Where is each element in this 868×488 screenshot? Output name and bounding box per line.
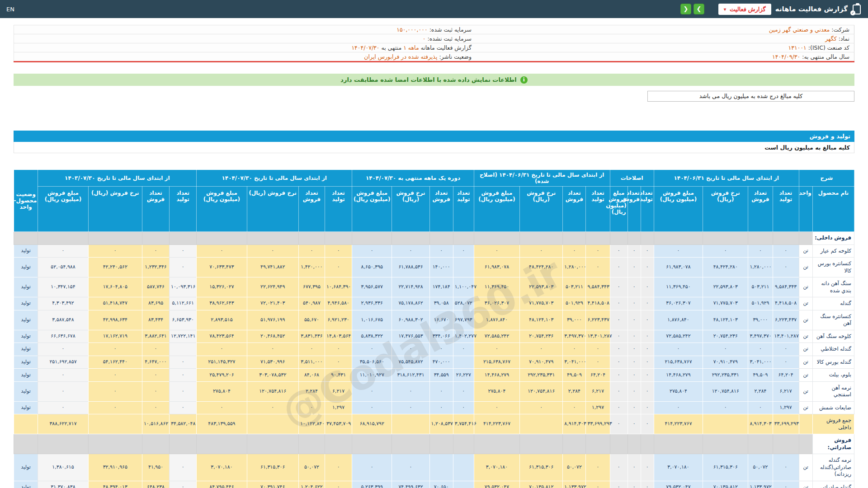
header-subcolumn: تعداد فروش [563, 187, 586, 232]
g5-value-cell: ۰ [392, 343, 429, 356]
unit-cell: تن [799, 258, 812, 277]
report-type-label: گزارش فعالیت [730, 6, 766, 13]
report-clipboard-icon: ✓ [852, 4, 862, 14]
g7-value-cell: ۰ [170, 244, 197, 258]
unit-cell: تن [799, 356, 812, 369]
section-filler-cell [586, 434, 610, 454]
header-subcolumn: تعداد تولید [170, 187, 197, 232]
info-value: ۱ ماهه [401, 44, 421, 51]
g4-value-cell: ۳۶,۰۲۶,۳۰۷ [474, 297, 519, 310]
g7-value-cell: ۴,۳۰۳,۴۹۲ [38, 297, 88, 310]
g2-value-cell: ۰ [773, 356, 799, 369]
header-unit: واحد [799, 187, 812, 232]
g7-value-cell: ۱,۳۸۰,۶۱۵ [38, 454, 88, 481]
g7-value-cell: ۰ [88, 401, 142, 414]
g4-value-cell: ۷۰,۱۳۵,۸۱۲ [520, 481, 563, 488]
unit-cell: تن [799, 481, 812, 488]
table-row: نرمه گندله صادراتي(گندله ریزدانه)تن۰۵۰,۰… [14, 454, 854, 481]
ed-value-cell: ۰ [610, 414, 627, 434]
section-filler-cell [14, 232, 38, 245]
g5-value-cell: ۰ [352, 401, 392, 414]
g2-value-cell: ۰ [773, 244, 799, 258]
g2-value-cell: ۶,۲۲۳,۴۳۷ [773, 310, 799, 330]
product-name-cell: ضایعات شمش [812, 401, 854, 414]
header-period-group: از ابتدای سال مالی تا تاریخ ۱۴۰۴/۰۶/۳۱ (… [474, 170, 610, 187]
g4-value-cell: ۰ [520, 244, 563, 258]
g4-value-cell: ۵۰,۰۷۲ [563, 454, 586, 481]
g5-value-cell: ۱۷۴,۱۸۴ [429, 277, 453, 297]
info-label: سرمایه ثبت نشده: [427, 35, 471, 42]
section-filler-cell [14, 434, 38, 454]
g5-value-cell: ۱,۰۱۶,۶۷۵ [352, 310, 392, 330]
ed-value-cell: ۰ [641, 481, 654, 488]
header-period-group: از ابتدای سال مالی تا تاریخ ۱۴۰۴/۰۷/۳۰ [197, 170, 352, 187]
g6-value-cell: ۰ [298, 401, 325, 414]
g6-value-cell: ۱,۲۹۷ [325, 401, 352, 414]
info-value[interactable]: معدني و صنعتي گهر زمین [767, 26, 831, 33]
g5-value-cell: ۲۶,۲۲۷ [453, 369, 474, 382]
g2-value-cell: ۳,۰۴۱,۰۰۰ [748, 356, 773, 369]
ed-value-cell: ۰ [610, 330, 627, 343]
g7-value-cell: ۰ [38, 381, 88, 401]
g7-value-cell: ۸۳,۴۳۴ [142, 310, 169, 330]
section-filler-cell [799, 232, 812, 245]
company-info-row: شرکت:معدني و صنعتي گهر زمینسرمایه ثبت شد… [14, 25, 854, 34]
table-row: کلوخه کم عیارتن۰۰۰۰۰۰۰۰۰۰۰۰۰۰۰۰۰۰۰۰۰۰۰تو… [14, 244, 854, 258]
g5-value-cell: ۰ [392, 454, 429, 481]
section-amounts-note: کلیه مبالغ به میلیون ریال است [14, 142, 854, 153]
g7-value-cell: ۱۰,۵۱۶,۸۶۲ [142, 414, 169, 434]
prev-report-button[interactable]: ❮ [680, 4, 691, 14]
g2-value-cell: ۲۹۲,۲۳۵,۳۳۱ [703, 369, 748, 382]
g6-value-cell: ۱۴,۸۰۳,۵۶۴ [325, 330, 352, 343]
info-label: سال مالی منتهی به: [802, 53, 849, 60]
ed-value-cell: ۰ [641, 330, 654, 343]
g5-value-cell: ۰ [453, 343, 474, 356]
ed-value-cell: ۰ [627, 414, 641, 434]
next-report-button[interactable]: ❯ [693, 4, 704, 14]
product-status-cell: تولید [14, 277, 38, 297]
section-filler-cell [610, 434, 627, 454]
section-filler-cell [38, 434, 88, 454]
report-type-dropdown[interactable]: گزارش فعالیت ▾ [718, 4, 771, 15]
g4-value-cell: ۷۹,۵۳۲,۰۴۷ [474, 481, 519, 488]
g5-value-cell: ۰ [429, 244, 453, 258]
section-filler-cell [520, 232, 563, 245]
g4-value-cell: ۴۸,۱۲۴,۱۰۳ [520, 310, 563, 330]
g7-value-cell: ۰ [142, 343, 169, 356]
g2-value-cell: ۹,۵۸۴,۳۴۳ [773, 277, 799, 297]
g2-value-cell: ۱۳,۴۰۱,۲۸۷ [773, 330, 799, 343]
g4-value-cell: ۰ [586, 454, 610, 481]
g5-value-cell: ۳۹,۰۵۸ [429, 297, 453, 310]
g2-value-cell: ۰ [703, 401, 748, 414]
g5-value-cell: ۷۵,۵۴۵,۸۷۲ [392, 356, 429, 369]
section-filler-cell [586, 232, 610, 245]
g6-value-cell: ۳,۵۱۱,۰۰۰ [298, 356, 325, 369]
section-filler-cell [88, 434, 142, 454]
section-filler-cell [773, 232, 799, 245]
product-status-cell: تولید [14, 310, 38, 330]
product-name-cell: کلوخه کم عیار [812, 244, 854, 258]
g4-value-cell: ۷۰,۹۱۰,۴۷۹ [520, 356, 563, 369]
section-filler-cell [247, 434, 298, 454]
section-row: فروش صادراتي: [14, 434, 854, 454]
table-row: بلوم، بیلتتن۶۴,۲۰۴۴۹,۵۰۹۲۹۲,۲۳۵,۳۳۱۱۴,۴۶… [14, 369, 854, 382]
g5-value-cell: ۳,۷۵۴,۴۱۶ [453, 414, 474, 434]
section-filler-cell [392, 232, 429, 245]
g2-value-cell: ۵۰۳,۲۱۱ [748, 277, 773, 297]
header-period-group: اصلاحات [610, 170, 654, 187]
g6-value-cell: ۷۱,۵۳۰,۹۹۶ [247, 356, 298, 369]
info-value[interactable]: کگهر [823, 35, 839, 42]
header-subcolumn: تعداد تولید [453, 187, 474, 232]
g2-value-cell: ۳۳,۶۹۹,۲۹۳ [773, 414, 799, 434]
g7-value-cell: ۰ [170, 258, 197, 277]
info-label: منتهی به [382, 44, 402, 51]
section-filler-cell [197, 434, 247, 454]
product-status-cell: تولید [14, 481, 38, 488]
g5-value-cell: ۰ [429, 343, 453, 356]
ed-value-cell: ۰ [641, 297, 654, 310]
section-filler-cell [703, 434, 748, 454]
info-value: ۰ [421, 35, 428, 42]
language-toggle[interactable]: EN [6, 6, 14, 13]
g6-value-cell: ۶۷۷,۳۹۵ [298, 277, 325, 297]
ed-value-cell: ۰ [610, 454, 627, 481]
